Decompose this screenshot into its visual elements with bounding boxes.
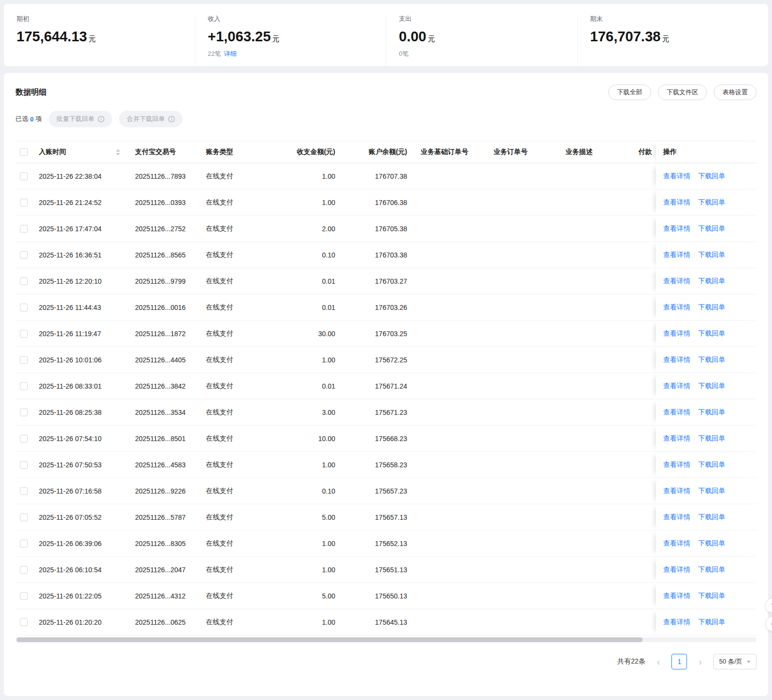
download-receipt-link[interactable]: 下载回单 [698, 434, 725, 443]
cell-payer [638, 452, 656, 478]
cell-base-order-id [407, 347, 494, 373]
cell-payer [638, 216, 656, 241]
cell-operations: 查看详情 下载回单 [656, 216, 756, 241]
download-receipt-link[interactable]: 下载回单 [698, 277, 725, 286]
view-detail-link[interactable]: 查看详情 [663, 513, 690, 522]
next-page-icon[interactable]: › [694, 654, 706, 669]
download-receipt-link[interactable]: 下载回单 [698, 539, 725, 548]
view-detail-link[interactable]: 查看详情 [663, 303, 690, 312]
download-receipt-link[interactable]: 下载回单 [698, 224, 725, 233]
row-checkbox[interactable] [20, 172, 28, 180]
download-receipt-link[interactable]: 下载回单 [698, 303, 725, 312]
view-detail-link[interactable]: 查看详情 [663, 329, 690, 338]
download-receipt-link[interactable]: 下载回单 [698, 513, 725, 522]
col-entry-time[interactable]: 入账时间 [39, 141, 135, 163]
cell-payer [638, 557, 656, 582]
cell-entry-time: 2025-11-26 07:54:10 [39, 426, 135, 451]
cell-order-id [494, 373, 566, 399]
view-detail-link[interactable]: 查看详情 [663, 539, 690, 548]
col-balance: 账户余额(元) [335, 141, 407, 163]
view-detail-link[interactable]: 查看详情 [663, 356, 690, 364]
view-detail-link[interactable]: 查看详情 [663, 224, 690, 233]
horizontal-scrollbar[interactable] [16, 637, 756, 642]
row-checkbox[interactable] [20, 225, 28, 233]
download-zone-button[interactable]: 下载文件区 [658, 85, 707, 100]
view-detail-link[interactable]: 查看详情 [663, 382, 690, 391]
view-detail-link[interactable]: 查看详情 [663, 565, 690, 574]
download-receipt-link[interactable]: 下载回单 [698, 329, 725, 338]
row-checkbox[interactable] [20, 540, 28, 547]
cell-base-order-id [407, 452, 494, 478]
download-all-button[interactable]: 下载全部 [608, 85, 651, 100]
cell-alipay-txn-id: 20251126...9799 [135, 268, 206, 294]
cell-account-type: 在线支付 [206, 504, 270, 530]
cell-entry-time: 2025-11-26 11:19:47 [39, 321, 135, 346]
view-detail-link[interactable]: 查看详情 [663, 434, 690, 443]
view-detail-link[interactable]: 查看详情 [663, 487, 690, 495]
row-checkbox[interactable] [20, 409, 28, 416]
cell-account-type: 在线支付 [206, 347, 270, 373]
stat-beginning-balance: 期初 175,644.13元 [4, 15, 195, 66]
row-checkbox[interactable] [20, 435, 28, 443]
stat-sub: 22笔详细 [208, 50, 386, 58]
view-detail-link[interactable]: 查看详情 [663, 408, 690, 417]
row-checkbox[interactable] [20, 356, 28, 364]
download-receipt-link[interactable]: 下载回单 [698, 251, 725, 259]
row-checkbox[interactable] [20, 513, 28, 521]
download-receipt-link[interactable]: 下载回单 [698, 356, 725, 364]
cell-balance: 175671.24 [335, 373, 407, 399]
row-checkbox[interactable] [20, 277, 28, 285]
cell-base-order-id [407, 399, 494, 425]
view-detail-link[interactable]: 查看详情 [663, 172, 690, 181]
page-number-button[interactable]: 1 [671, 654, 687, 669]
download-receipt-link[interactable]: 下载回单 [698, 592, 725, 600]
row-checkbox[interactable] [20, 618, 28, 626]
merge-download-receipt-button[interactable]: 合并下载回单 [119, 111, 183, 127]
page-size-select[interactable]: 50 条/页 [713, 654, 756, 669]
download-receipt-link[interactable]: 下载回单 [698, 408, 725, 417]
scrollbar-thumb[interactable] [17, 637, 643, 642]
table-row: 2025-11-26 01:22:05 20251126...4312 在线支付… [16, 583, 756, 609]
view-detail-link[interactable]: 查看详情 [663, 277, 690, 286]
stat-sub: 0笔 [399, 50, 577, 58]
batch-download-receipt-button[interactable]: 批量下载回单 [49, 111, 112, 127]
view-detail-link[interactable]: 查看详情 [663, 592, 690, 600]
download-receipt-link[interactable]: 下载回单 [698, 618, 725, 627]
view-detail-link[interactable]: 查看详情 [663, 618, 690, 627]
income-detail-link[interactable]: 详细 [224, 50, 237, 57]
row-checkbox[interactable] [20, 461, 28, 469]
row-checkbox[interactable] [20, 304, 28, 311]
table-settings-button[interactable]: 表格设置 [714, 85, 756, 100]
cell-base-order-id [407, 557, 494, 582]
row-checkbox[interactable] [20, 592, 28, 600]
cell-operations: 查看详情 下载回单 [656, 294, 756, 320]
cell-description [566, 583, 638, 609]
cell-balance: 175668.23 [335, 426, 407, 451]
download-receipt-link[interactable]: 下载回单 [698, 487, 725, 495]
download-receipt-link[interactable]: 下载回单 [698, 565, 725, 574]
view-detail-link[interactable]: 查看详情 [663, 198, 690, 207]
select-all-checkbox[interactable] [20, 148, 28, 156]
download-receipt-link[interactable]: 下载回单 [698, 382, 725, 391]
row-checkbox[interactable] [20, 382, 28, 390]
sort-icon[interactable] [116, 149, 120, 155]
table-header-row: 入账时间 支付宝交易号 账务类型 收支金额(元) 账户余额(元) 业务基础订单号… [16, 141, 756, 163]
view-detail-link[interactable]: 查看详情 [663, 251, 690, 259]
download-receipt-link[interactable]: 下载回单 [698, 172, 725, 181]
download-receipt-link[interactable]: 下载回单 [698, 198, 725, 207]
help-floating-button[interactable]: ? [765, 598, 772, 613]
row-checkbox[interactable] [20, 487, 28, 495]
row-checkbox[interactable] [20, 251, 28, 259]
download-receipt-link[interactable]: 下载回单 [698, 461, 725, 469]
table-row: 2025-11-26 22:38:04 20251126...7893 在线支付… [16, 163, 756, 189]
service-floating-button[interactable]: ≡ [765, 616, 772, 632]
row-checkbox-cell [16, 399, 39, 425]
cell-balance: 175652.13 [335, 530, 407, 556]
row-checkbox[interactable] [20, 566, 28, 574]
view-detail-link[interactable]: 查看详情 [663, 461, 690, 469]
row-checkbox[interactable] [20, 330, 28, 338]
prev-page-icon[interactable]: ‹ [652, 654, 665, 669]
row-checkbox-cell [16, 373, 39, 399]
row-checkbox[interactable] [20, 199, 28, 206]
cell-amount: 10.00 [270, 426, 335, 451]
